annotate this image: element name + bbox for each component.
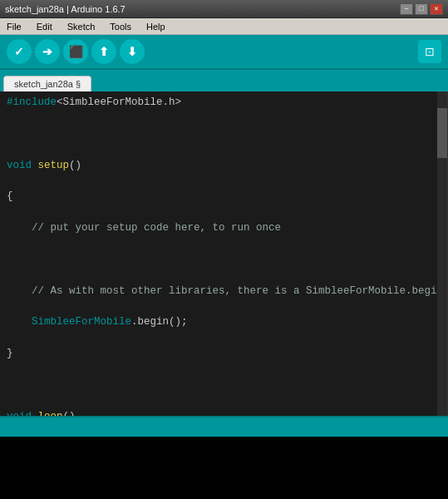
open-button[interactable]: ⬆ <box>91 39 116 64</box>
close-button[interactable]: ✕ <box>430 3 443 15</box>
editor-tab[interactable]: sketch_jan28a § <box>3 76 91 91</box>
editor-content[interactable]: #include<SimbleeForMobile.h> void setup(… <box>0 91 437 416</box>
minimize-button[interactable]: − <box>400 3 413 15</box>
vertical-scrollbar[interactable] <box>437 91 447 416</box>
upload-button[interactable]: ➔ <box>35 39 60 64</box>
save-button[interactable]: ⬇ <box>120 39 145 64</box>
code-editor[interactable]: #include<SimbleeForMobile.h> void setup(… <box>0 91 448 416</box>
editor-scroll: #include<SimbleeForMobile.h> void setup(… <box>0 91 437 416</box>
menu-tools[interactable]: Tools <box>106 21 135 32</box>
editor-bottom-bar <box>0 416 448 437</box>
menu-file[interactable]: File <box>3 21 25 32</box>
menu-help[interactable]: Help <box>143 21 169 32</box>
maximize-button[interactable]: □ <box>415 3 428 15</box>
title-bar: sketch_jan28a | Arduino 1.6.7 − □ ✕ <box>0 0 448 18</box>
new-button[interactable]: ⬛ <box>63 39 88 64</box>
output-area <box>0 437 448 499</box>
menu-edit[interactable]: Edit <box>33 21 56 32</box>
verify-button[interactable]: ✓ <box>7 39 32 64</box>
menu-bar: File Edit Sketch Tools Help <box>0 18 448 35</box>
serial-monitor-button[interactable]: ⊡ <box>418 40 441 63</box>
scrollbar-thumb[interactable] <box>437 108 447 158</box>
tab-bar: sketch_jan28a § <box>0 70 448 91</box>
window-title: sketch_jan28a | Arduino 1.6.7 <box>5 4 126 14</box>
menu-sketch[interactable]: Sketch <box>64 21 99 32</box>
toolbar: ✓ ➔ ⬛ ⬆ ⬇ ⊡ <box>0 35 448 70</box>
window-controls: − □ ✕ <box>400 3 443 15</box>
